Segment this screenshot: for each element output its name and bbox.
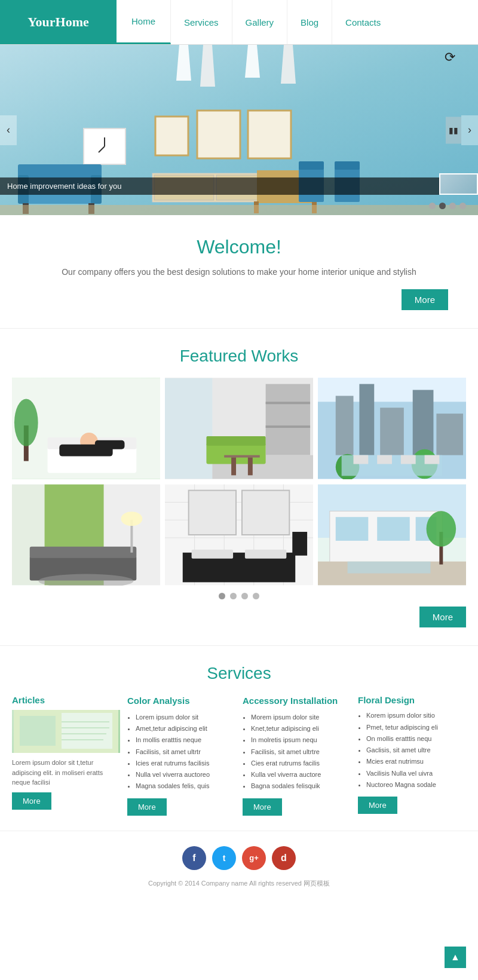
svg-rect-66 xyxy=(30,547,137,558)
svg-rect-57 xyxy=(354,455,369,464)
footer-copyright: Copyright © 2014 Company name All rights… xyxy=(12,879,466,888)
gallery-dot-4[interactable] xyxy=(253,593,259,599)
services-title: Services xyxy=(12,664,466,683)
nav-item-home[interactable]: Home xyxy=(117,0,171,44)
floral-more-button[interactable]: More xyxy=(358,797,397,814)
svg-rect-82 xyxy=(189,491,236,535)
gallery-cell-6[interactable] xyxy=(318,484,466,586)
gallery-cell-3[interactable] xyxy=(318,378,466,479)
svg-rect-39 xyxy=(266,402,310,405)
svg-rect-45 xyxy=(231,458,236,476)
service-list-color: Lorem ipsum dolor sitAmet,tetur adipisci… xyxy=(127,712,235,792)
welcome-more-button[interactable]: More xyxy=(402,289,448,310)
service-title-color: Color Analysis xyxy=(127,695,235,707)
site-header: YourHome Home Services Gallery Blog Cont… xyxy=(0,0,478,45)
service-text-articles: Lorem ipsum dolor sit t,tetur adipiscing… xyxy=(12,758,120,788)
svg-rect-58 xyxy=(377,455,392,464)
svg-rect-42 xyxy=(206,443,265,464)
hero-dot-4[interactable] xyxy=(459,203,466,209)
svg-rect-51 xyxy=(380,408,404,455)
service-col-floral: Floral Design Korem ipsum dolor sitioPme… xyxy=(358,695,466,814)
color-more-button[interactable]: More xyxy=(127,798,167,816)
gallery-cell-1[interactable] xyxy=(12,378,160,479)
hero-dots xyxy=(429,203,466,209)
articles-more-button[interactable]: More xyxy=(12,792,51,810)
svg-marker-1 xyxy=(200,45,215,87)
svg-rect-52 xyxy=(413,390,434,455)
hero-next-button[interactable]: › xyxy=(461,115,478,145)
hero-dot-3[interactable] xyxy=(449,203,456,209)
hero-dot-1[interactable] xyxy=(429,203,436,209)
svg-marker-3 xyxy=(281,45,296,84)
svg-marker-2 xyxy=(245,45,260,78)
gallery-dot-1[interactable] xyxy=(219,593,225,599)
svg-rect-17 xyxy=(299,161,324,170)
hero-pause-button[interactable]: ▮▮ xyxy=(446,117,461,143)
hero-slider: ⟳ Home improvement ideas for you ‹ ▮▮ › xyxy=(0,45,478,215)
logo-area[interactable]: YourHome xyxy=(0,0,117,44)
hero-dot-2[interactable] xyxy=(439,203,446,209)
svg-rect-96 xyxy=(20,716,56,746)
gallery-cell-2[interactable] xyxy=(165,378,313,479)
services-section: Services Articles Lorem ipsum dolor sit … xyxy=(0,646,478,831)
gallery-dots xyxy=(12,593,466,599)
welcome-section: Welcome! Our company offers you the best… xyxy=(0,215,478,329)
welcome-title: Welcome! xyxy=(30,236,448,258)
gallery-dot-3[interactable] xyxy=(241,593,248,599)
nav-item-blog[interactable]: Blog xyxy=(287,0,332,44)
gallery-cell-4[interactable] xyxy=(12,484,160,586)
svg-rect-46 xyxy=(248,458,253,476)
svg-rect-94 xyxy=(348,562,431,574)
svg-rect-35 xyxy=(95,440,125,449)
svg-rect-60 xyxy=(425,455,440,464)
reload-icon[interactable]: ⟳ xyxy=(445,50,455,65)
service-list-accessory: Morem ipsum dolor siteKnet,tetur adipisc… xyxy=(243,712,351,792)
hero-thumbnail[interactable] xyxy=(439,173,478,195)
welcome-text: Our company offers you the best design s… xyxy=(30,265,448,278)
svg-rect-50 xyxy=(359,384,374,455)
svg-rect-53 xyxy=(436,414,463,455)
social-twitter-icon[interactable]: t xyxy=(212,846,236,870)
svg-rect-21 xyxy=(18,164,102,177)
svg-rect-88 xyxy=(336,517,369,541)
svg-rect-8 xyxy=(197,111,240,158)
svg-point-69 xyxy=(121,512,143,526)
gallery-cell-5[interactable] xyxy=(165,484,313,586)
service-image-articles xyxy=(12,710,120,753)
social-digg-icon[interactable]: d xyxy=(272,846,296,870)
services-grid: Articles Lorem ipsum dolor sit t,tetur a… xyxy=(12,695,466,815)
svg-point-93 xyxy=(427,512,456,547)
svg-rect-38 xyxy=(266,384,310,455)
social-facebook-icon[interactable]: f xyxy=(182,846,206,870)
svg-point-30 xyxy=(14,399,38,446)
service-title-accessory: Accessory Installation xyxy=(243,695,351,707)
service-col-accessory: Accessory Installation Morem ipsum dolor… xyxy=(243,695,351,815)
gallery-grid xyxy=(12,378,466,586)
svg-rect-80 xyxy=(192,550,233,559)
nav-item-contacts[interactable]: Contacts xyxy=(332,0,394,44)
svg-rect-40 xyxy=(266,425,310,428)
social-googleplus-icon[interactable]: g+ xyxy=(242,846,266,870)
nav-item-gallery[interactable]: Gallery xyxy=(232,0,288,44)
accessory-more-button[interactable]: More xyxy=(243,798,282,816)
service-col-articles: Articles Lorem ipsum dolor sit t,tetur a… xyxy=(12,695,120,810)
svg-rect-59 xyxy=(401,455,416,464)
svg-rect-81 xyxy=(245,550,286,559)
main-nav: Home Services Gallery Blog Contacts xyxy=(117,0,478,44)
service-col-color: Color Analysis Lorem ipsum dolor sitAmet… xyxy=(127,695,235,815)
svg-rect-97 xyxy=(62,713,112,749)
social-icons-row: f t g+ d xyxy=(12,846,466,870)
service-title-articles: Articles xyxy=(12,695,120,705)
featured-more-button[interactable]: More xyxy=(419,607,466,627)
service-title-floral: Floral Design xyxy=(358,695,466,705)
svg-rect-49 xyxy=(336,396,354,455)
svg-rect-84 xyxy=(292,532,307,556)
gallery-dot-2[interactable] xyxy=(230,593,237,599)
svg-rect-37 xyxy=(165,378,212,479)
featured-title: Featured Works xyxy=(12,347,466,366)
svg-rect-44 xyxy=(224,455,260,458)
nav-item-services[interactable]: Services xyxy=(171,0,232,44)
svg-marker-0 xyxy=(176,45,191,81)
site-footer: f t g+ d Copyright © 2014 Company name A… xyxy=(0,831,478,900)
hero-prev-button[interactable]: ‹ xyxy=(0,115,17,145)
